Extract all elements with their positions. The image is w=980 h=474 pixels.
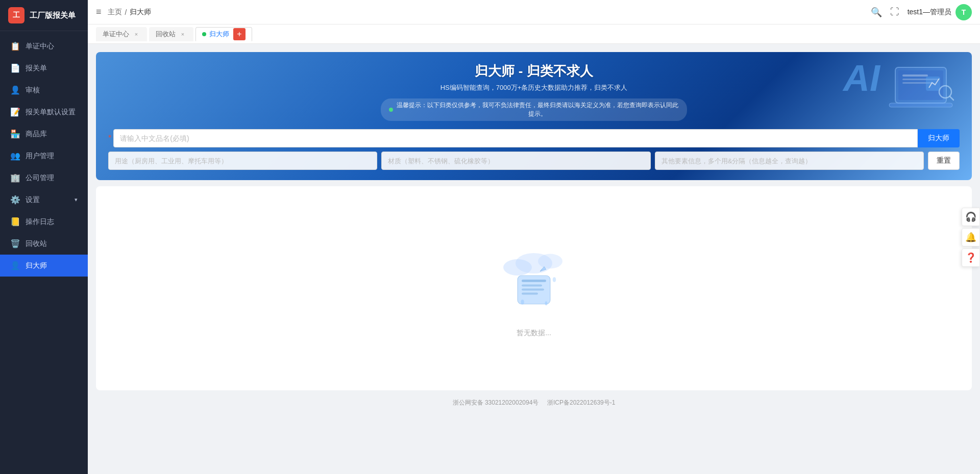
search-row-secondary: 重置 [108, 152, 960, 170]
footer-text1: 浙公网安备 33021202002094号 [453, 399, 539, 406]
result-area: 暂无数据... [96, 186, 972, 390]
sidebar-item-product-lib[interactable]: 🏪 商品库 [0, 123, 88, 145]
material-input[interactable] [381, 152, 650, 170]
sidebar-label-gui-master: 归大师 [26, 261, 47, 270]
sidebar-label-customs: 报关单 [26, 64, 47, 73]
sidebar-logo: 工 工厂版报关单 [0, 0, 88, 31]
sidebar-item-user-mgmt[interactable]: 👥 用户管理 [0, 145, 88, 167]
tabs-bar: 单证中心 × 回收站 × 归大师 + [88, 24, 980, 44]
sidebar-icon-company-mgmt: 🏢 [10, 173, 20, 183]
tab-active-dot [202, 32, 206, 36]
tab-label: 回收站 [156, 30, 176, 39]
sidebar-icon-user-mgmt: 👥 [10, 151, 20, 161]
notification-button[interactable]: 🔔 [962, 228, 980, 246]
svg-rect-15 [522, 289, 544, 291]
sidebar-label-product-lib: 商品库 [26, 130, 47, 139]
sidebar-icon-customs: 📄 [10, 63, 20, 73]
sidebar-item-customs[interactable]: 📄 报关单 [0, 57, 88, 79]
search-area: * 归大师 重置 [108, 129, 960, 170]
username: test1—管理员 [908, 8, 951, 17]
fullscreen-icon[interactable]: ⛶ [890, 7, 899, 17]
tab-close-icon[interactable]: × [132, 30, 140, 38]
tab-single-center[interactable]: 单证中心 × [96, 27, 147, 41]
sidebar-label-settings: 设置 [26, 195, 40, 205]
sidebar-icon-audit: 👤 [10, 85, 20, 95]
sidebar-item-operation-log[interactable]: 📒 操作日志 [0, 211, 88, 233]
tab-close-icon[interactable]: × [179, 30, 187, 38]
search-row-main: * 归大师 [108, 129, 960, 147]
topbar: ≡ 主页 / 归大师 🔍 ⛶ test1—管理员 T [88, 0, 980, 24]
user-menu[interactable]: test1—管理员 T [908, 4, 972, 20]
sidebar: 工 工厂版报关单 📋 单证中心 📄 报关单 👤 审核 📝 报关单默认设置 🏪 商… [0, 0, 88, 474]
svg-point-19 [521, 300, 524, 305]
tab-recycle[interactable]: 回收站 × [149, 27, 193, 41]
sidebar-item-settings[interactable]: ⚙️ 设置 ▾ [0, 189, 88, 211]
svg-rect-14 [522, 285, 542, 287]
footer: 浙公网安备 33021202002094号 浙ICP备2022012639号-1 [96, 390, 972, 415]
empty-illustration [493, 239, 575, 320]
breadcrumb-separator: / [125, 8, 127, 16]
sidebar-label-audit: 审核 [26, 86, 40, 95]
avatar: T [955, 4, 972, 20]
tab-add-button[interactable]: + [233, 28, 246, 40]
banner-title: 归大师 - 归类不求人 [108, 62, 960, 80]
sidebar-icon-gui-master: 👤 [10, 261, 20, 270]
content-area: 归大师 - 归类不求人 HS编码智能查询，7000万+条历史大数据助力推荐，归类… [88, 44, 980, 474]
sidebar-item-gui-master[interactable]: 👤 归大师 [0, 255, 88, 277]
svg-point-20 [545, 301, 548, 305]
topbar-right: 🔍 ⛶ test1—管理员 T [871, 4, 972, 20]
notice-dot [389, 108, 393, 112]
footer-text2: 浙ICP备2022012639号-1 [547, 399, 615, 406]
svg-rect-16 [522, 293, 538, 295]
sidebar-icon-recycle: 🗑️ [10, 239, 20, 248]
sidebar-item-recycle[interactable]: 🗑️ 回收站 [0, 233, 88, 255]
sidebar-label-company-mgmt: 公司管理 [26, 173, 54, 183]
banner: 归大师 - 归类不求人 HS编码智能查询，7000万+条历史大数据助力推荐，归类… [96, 52, 972, 180]
headset-button[interactable]: 🎧 [962, 208, 980, 226]
sidebar-item-audit[interactable]: 👤 审核 [0, 79, 88, 101]
empty-text: 暂无数据... [517, 329, 551, 338]
help-button[interactable]: ❓ [962, 248, 980, 267]
search-icon[interactable]: 🔍 [871, 7, 882, 18]
svg-point-21 [553, 277, 556, 282]
use-input[interactable] [108, 152, 377, 170]
sidebar-icon-settings: ⚙️ [10, 195, 20, 205]
sidebar-label-default-settings: 报关单默认设置 [26, 108, 76, 117]
search-main-input[interactable] [113, 129, 918, 147]
sidebar-label-recycle: 回收站 [26, 239, 47, 248]
sidebar-item-single-center[interactable]: 📋 单证中心 [0, 35, 88, 57]
other-input[interactable] [655, 152, 924, 170]
tab-gui-master[interactable]: 归大师 + [195, 27, 252, 41]
sidebar-icon-operation-log: 📒 [10, 217, 20, 227]
logo-icon: 工 [8, 7, 24, 23]
notice-text: 温馨提示：以下归类仅供参考，我可不负法律责任，最终归类请以海关定义为准，若您查询… [396, 101, 679, 118]
banner-subtitle: HS编码智能查询，7000万+条历史大数据助力推荐，归类不求人 [108, 83, 960, 92]
sidebar-label-operation-log: 操作日志 [26, 217, 54, 227]
float-right-panel: 🎧 🔔 ❓ [962, 208, 980, 267]
sidebar-icon-default-settings: 📝 [10, 107, 20, 117]
sidebar-item-company-mgmt[interactable]: 🏢 公司管理 [0, 167, 88, 189]
tab-label: 单证中心 [103, 30, 129, 39]
sidebar-icon-single-center: 📋 [10, 41, 20, 51]
main-area: ≡ 主页 / 归大师 🔍 ⛶ test1—管理员 T 单证中心 × 回收站 × [88, 0, 980, 474]
required-mark: * [108, 129, 111, 147]
tab-label: 归大师 [209, 30, 229, 39]
breadcrumb: 主页 / 归大师 [108, 8, 152, 17]
svg-rect-13 [522, 280, 546, 282]
breadcrumb-home[interactable]: 主页 [108, 8, 122, 17]
search-button[interactable]: 归大师 [918, 129, 960, 147]
svg-point-11 [516, 253, 552, 273]
sidebar-label-user-mgmt: 用户管理 [26, 152, 54, 161]
sidebar-arrow: ▾ [75, 196, 78, 203]
banner-notice: 温馨提示：以下归类仅供参考，我可不负法律责任，最终归类请以海关定义为准，若您查询… [381, 98, 687, 121]
sidebar-icon-product-lib: 🏪 [10, 129, 20, 139]
menu-icon[interactable]: ≡ [96, 7, 102, 17]
breadcrumb-current: 归大师 [130, 8, 151, 17]
sidebar-nav: 📋 单证中心 📄 报关单 👤 审核 📝 报关单默认设置 🏪 商品库 👥 用户管理… [0, 31, 88, 474]
sidebar-item-default-settings[interactable]: 📝 报关单默认设置 [0, 101, 88, 123]
app-title: 工厂版报关单 [30, 11, 76, 20]
reset-button[interactable]: 重置 [928, 152, 960, 170]
sidebar-label-single-center: 单证中心 [26, 42, 54, 51]
